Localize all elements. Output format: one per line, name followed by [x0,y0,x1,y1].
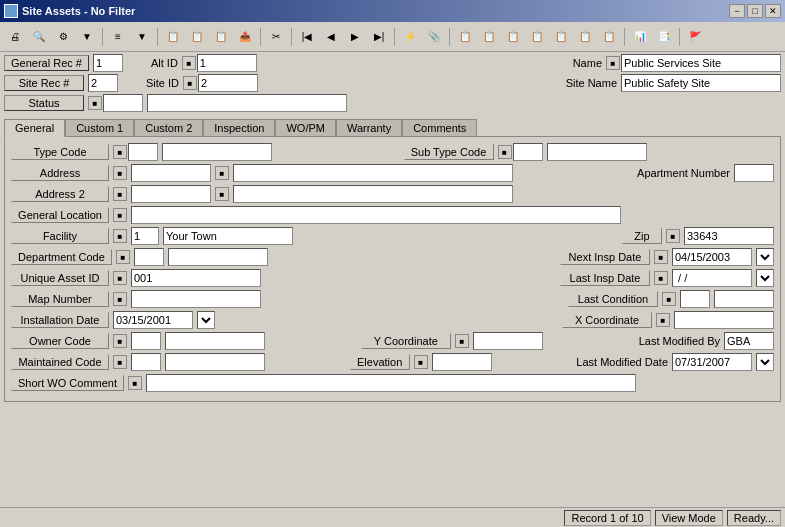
tab-comments[interactable]: Comments [402,119,477,137]
tb-b1[interactable]: 📋 [454,26,476,48]
address-label-btn[interactable]: Address [11,165,109,181]
dept-code-label-btn[interactable]: Department Code [11,249,112,265]
install-date-label-btn[interactable]: Installation Date [11,312,109,328]
tb-menu-arrow[interactable]: ▼ [131,26,153,48]
address-input2[interactable] [233,164,513,182]
tb-nav-last[interactable]: ▶| [368,26,390,48]
next-insp-label-btn[interactable]: Next Insp Date [560,249,650,265]
status-desc-input[interactable] [147,94,347,112]
unique-asset-input[interactable] [131,269,261,287]
last-insp-input[interactable] [672,269,752,287]
y-coord-label-btn[interactable]: Y Coordinate [361,333,451,349]
elevation-label-btn[interactable]: Elevation [350,354,410,370]
close-button[interactable]: ✕ [765,4,781,18]
maintained-code-input1[interactable] [131,353,161,371]
maintained-code-label-btn[interactable]: Maintained Code [11,354,109,370]
site-name-input[interactable] [621,74,781,92]
sub-type-code-input2[interactable] [547,143,647,161]
x-coord-label-btn[interactable]: X Coordinate [562,312,652,328]
status-input[interactable] [103,94,143,112]
last-insp-label-btn[interactable]: Last Insp Date [560,270,650,286]
map-number-input[interactable] [131,290,261,308]
tb-copy[interactable]: 📋 [162,26,184,48]
general-location-label-btn[interactable]: General Location [11,207,109,223]
last-modified-by-input[interactable] [724,332,774,350]
facility-input1[interactable] [131,227,159,245]
tb-filter-arrow[interactable]: ▼ [76,26,98,48]
tb-paste[interactable]: 📋 [186,26,208,48]
y-coord-input[interactable] [473,332,543,350]
maintained-code-input2[interactable] [165,353,265,371]
last-modified-date-dropdown[interactable] [756,353,774,371]
owner-code-label-btn[interactable]: Owner Code [11,333,109,349]
owner-code-input1[interactable] [131,332,161,350]
tb-cut[interactable]: ✂ [265,26,287,48]
tb-nav-first[interactable]: |◀ [296,26,318,48]
tab-general[interactable]: General [4,119,65,137]
address2-input1[interactable] [131,185,211,203]
address-input1[interactable] [131,164,211,182]
name-input[interactable] [621,54,781,72]
site-id-input[interactable] [198,74,258,92]
last-modified-date-input[interactable] [672,353,752,371]
tb-report[interactable]: 📑 [653,26,675,48]
tb-b5[interactable]: 📋 [550,26,572,48]
site-rec-input[interactable] [88,74,118,92]
apartment-number-input[interactable] [734,164,774,182]
type-code-input1[interactable] [128,143,158,161]
address2-input2[interactable] [233,185,513,203]
tb-search[interactable]: 🔍 [28,26,50,48]
sub-type-code-input1[interactable] [513,143,543,161]
next-insp-input[interactable] [672,248,752,266]
sub-type-code-label-btn[interactable]: Sub Type Code [404,144,494,160]
minimize-button[interactable]: − [729,4,745,18]
short-wo-input[interactable] [146,374,636,392]
tb-nav-next[interactable]: ▶ [344,26,366,48]
install-date-dropdown[interactable] [197,311,215,329]
zip-label-btn[interactable]: Zip [622,228,662,244]
tb-menu[interactable]: ≡ [107,26,129,48]
tab-warranty[interactable]: Warranty [336,119,402,137]
owner-code-input2[interactable] [165,332,265,350]
address2-label-btn[interactable]: Address 2 [11,186,109,202]
tab-wo-pm[interactable]: WO/PM [275,119,336,137]
tb-nav-prev[interactable]: ◀ [320,26,342,48]
next-insp-dropdown[interactable] [756,248,774,266]
tab-custom1[interactable]: Custom 1 [65,119,134,137]
zip-input[interactable] [684,227,774,245]
dept-input1[interactable] [134,248,164,266]
type-code-input2[interactable] [162,143,272,161]
tb-lightning[interactable]: ⚡ [399,26,421,48]
short-wo-label-btn[interactable]: Short WO Comment [11,375,124,391]
tb-chart[interactable]: 📊 [629,26,651,48]
type-code-label-btn[interactable]: Type Code [11,144,109,160]
tb-b2[interactable]: 📋 [478,26,500,48]
tab-inspection[interactable]: Inspection [203,119,275,137]
x-coord-input[interactable] [674,311,774,329]
alt-id-input[interactable] [197,54,257,72]
dept-input2[interactable] [168,248,268,266]
site-rec-label-btn[interactable]: Site Rec # [4,75,84,91]
last-condition-input2[interactable] [714,290,774,308]
gen-rec-label-btn[interactable]: General Rec # [4,55,89,71]
maximize-button[interactable]: □ [747,4,763,18]
tb-config[interactable]: ⚙ [52,26,74,48]
map-number-label-btn[interactable]: Map Number [11,291,109,307]
tab-custom2[interactable]: Custom 2 [134,119,203,137]
facility-input2[interactable] [163,227,293,245]
tb-flag[interactable]: 🚩 [684,26,706,48]
tb-b3[interactable]: 📋 [502,26,524,48]
tb-b7[interactable]: 📋 [598,26,620,48]
tb-clipboard[interactable]: 📋 [210,26,232,48]
unique-asset-label-btn[interactable]: Unique Asset ID [11,270,109,286]
elevation-input[interactable] [432,353,492,371]
tb-export[interactable]: 📤 [234,26,256,48]
install-date-input[interactable] [113,311,193,329]
tb-link[interactable]: 📎 [423,26,445,48]
general-location-input[interactable] [131,206,621,224]
tb-print[interactable]: 🖨 [4,26,26,48]
last-insp-dropdown[interactable] [756,269,774,287]
gen-rec-input[interactable] [93,54,123,72]
status-label-btn[interactable]: Status [4,95,84,111]
tb-b6[interactable]: 📋 [574,26,596,48]
